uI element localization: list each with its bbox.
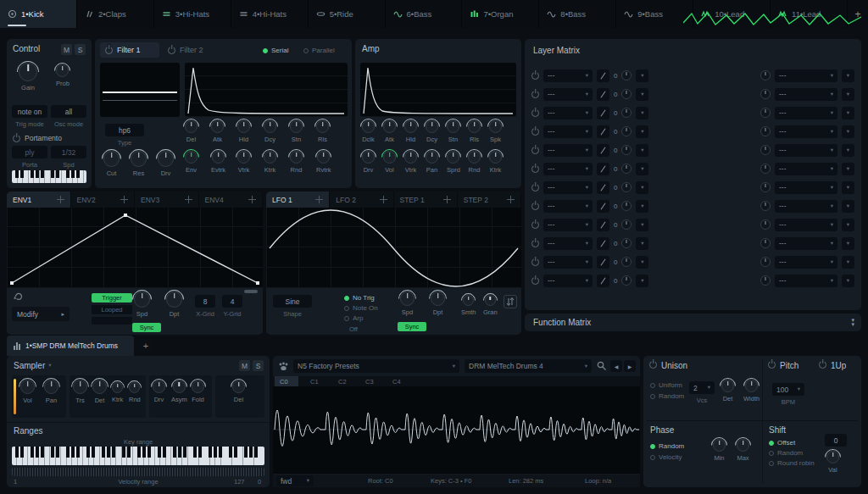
tab-ride[interactable]: 5•Ride xyxy=(309,0,386,28)
mod-depth-knob[interactable] xyxy=(621,182,632,192)
mod-menu-button[interactable]: ▾ xyxy=(636,181,648,194)
prob-knob[interactable] xyxy=(56,64,69,77)
round-robin-radio[interactable]: Round robin xyxy=(769,459,815,467)
paw-icon[interactable] xyxy=(278,362,289,372)
preset-select[interactable]: DRM MelTech Drums 4▾ xyxy=(465,359,592,373)
preset-bank-select[interactable]: N5 Factory Presets▾ xyxy=(293,359,459,373)
curve-icon[interactable] xyxy=(597,181,609,194)
mod-depth-knob[interactable] xyxy=(760,257,771,267)
spk-knob[interactable] xyxy=(489,120,502,133)
amp-envelope-display[interactable] xyxy=(360,63,516,117)
vtrk-knob[interactable] xyxy=(404,151,417,164)
val-knob[interactable] xyxy=(826,451,839,463)
key-range-keyboard[interactable] xyxy=(12,447,264,465)
filter-envelope-display[interactable] xyxy=(185,63,348,117)
curve-icon[interactable] xyxy=(597,237,609,250)
filter-type-select[interactable]: hp6 xyxy=(105,124,144,136)
random-radio[interactable]: Random xyxy=(650,392,684,400)
mod-target-select[interactable]: ---▾ xyxy=(775,125,837,138)
mod-source-select[interactable]: ---▾ xyxy=(543,88,593,101)
power-icon[interactable] xyxy=(819,361,826,369)
xgrid-select[interactable]: 8 xyxy=(195,295,215,308)
sync-badge[interactable]: Sync xyxy=(132,323,161,332)
curve-icon[interactable] xyxy=(597,144,609,157)
porta-select[interactable]: ply xyxy=(12,146,47,158)
tab-lead-2[interactable]: 11•Lead xyxy=(771,0,848,28)
ktrk-knob[interactable] xyxy=(264,151,276,164)
move-icon[interactable] xyxy=(185,196,192,203)
mod-depth-knob[interactable] xyxy=(760,126,771,136)
tab-bass-3[interactable]: 9•Bass xyxy=(616,0,693,28)
move-icon[interactable] xyxy=(120,196,128,203)
mod-depth-knob[interactable] xyxy=(621,108,632,118)
prev-preset-button[interactable]: ◀ xyxy=(610,360,622,372)
curve-icon[interactable] xyxy=(597,88,609,101)
mod-depth-knob[interactable] xyxy=(621,145,632,155)
drv-knob[interactable] xyxy=(153,380,165,393)
sync-badge[interactable]: Sync xyxy=(398,322,426,331)
spd-knob[interactable] xyxy=(134,291,150,308)
mod-depth-knob[interactable] xyxy=(760,70,771,80)
sort-button[interactable] xyxy=(504,295,517,308)
mod-menu-button[interactable]: ▾ xyxy=(636,200,648,213)
trig-mode-select[interactable]: note on xyxy=(12,105,47,118)
evtrk-knob[interactable] xyxy=(212,151,225,164)
gran-knob[interactable] xyxy=(485,295,496,306)
width-knob[interactable] xyxy=(745,380,758,392)
mod-menu-button[interactable]: ▾ xyxy=(842,181,854,194)
rvtrk-knob[interactable] xyxy=(317,151,330,164)
power-icon[interactable] xyxy=(531,147,539,154)
curve-icon[interactable] xyxy=(597,69,609,82)
mod-depth-knob[interactable] xyxy=(621,219,632,230)
add-layer-button[interactable]: + xyxy=(139,339,153,352)
mod-source-select[interactable]: ---▾ xyxy=(543,275,593,287)
power-icon[interactable] xyxy=(531,91,539,98)
tab-bass-2[interactable]: 8•Bass xyxy=(539,0,616,28)
mod-depth-knob[interactable] xyxy=(760,182,771,192)
mod-menu-button[interactable]: ▾ xyxy=(842,144,854,157)
dpt-knob[interactable] xyxy=(166,291,182,308)
filter1-tab[interactable]: Filter 1 xyxy=(100,42,159,58)
mod-menu-button[interactable]: ▾ xyxy=(636,125,648,138)
power-icon[interactable] xyxy=(531,165,539,173)
atk-knob[interactable] xyxy=(383,120,396,133)
mod-target-select[interactable]: ---▾ xyxy=(775,88,837,101)
ktrk-knob[interactable] xyxy=(489,151,502,164)
atk-knob[interactable] xyxy=(211,120,224,133)
power-icon[interactable] xyxy=(168,47,175,54)
mod-menu-button[interactable]: ▾ xyxy=(842,125,854,138)
tab-env2[interactable]: ENV2 xyxy=(71,191,136,208)
tab-kick[interactable]: 1•Kick xyxy=(0,0,77,28)
env-editor-display[interactable] xyxy=(7,208,263,288)
tab-lead-1[interactable]: 10•Lead xyxy=(693,0,771,28)
power-icon[interactable] xyxy=(649,361,657,369)
res-knob[interactable] xyxy=(131,151,147,167)
dcy-knob[interactable] xyxy=(426,120,438,133)
drv-knob[interactable] xyxy=(362,151,375,164)
curve-icon[interactable] xyxy=(597,256,609,269)
env-knob[interactable] xyxy=(185,151,198,164)
mod-menu-button[interactable]: ▾ xyxy=(636,163,648,175)
mod-depth-knob[interactable] xyxy=(760,89,771,99)
power-icon[interactable] xyxy=(531,277,539,285)
power-icon[interactable] xyxy=(531,184,539,191)
curve-icon[interactable] xyxy=(597,200,609,213)
mod-source-select[interactable]: ---▾ xyxy=(543,107,593,119)
engine-select[interactable]: Sampler ▾ xyxy=(14,361,52,370)
search-icon[interactable] xyxy=(597,361,607,371)
mod-menu-button[interactable]: ▾ xyxy=(636,107,648,119)
mod-menu-button[interactable]: ▾ xyxy=(842,69,854,82)
rls-knob[interactable] xyxy=(316,120,329,133)
gain-knob[interactable] xyxy=(19,63,37,81)
mod-source-select[interactable]: ---▾ xyxy=(543,181,593,194)
looped-badge[interactable]: Looped xyxy=(92,305,132,314)
mod-target-select[interactable]: ---▾ xyxy=(775,256,837,269)
mod-target-select[interactable]: ---▾ xyxy=(775,219,837,231)
mod-menu-button[interactable]: ▾ xyxy=(842,163,854,175)
play-mode-select[interactable]: fwd▾ xyxy=(276,475,314,486)
power-icon[interactable] xyxy=(531,109,539,117)
power-icon[interactable] xyxy=(531,258,539,266)
tab-claps[interactable]: 2•Claps xyxy=(77,0,154,28)
mod-depth-knob[interactable] xyxy=(621,164,632,174)
expand-chevron-icon[interactable]: ▾▾ xyxy=(851,318,854,326)
